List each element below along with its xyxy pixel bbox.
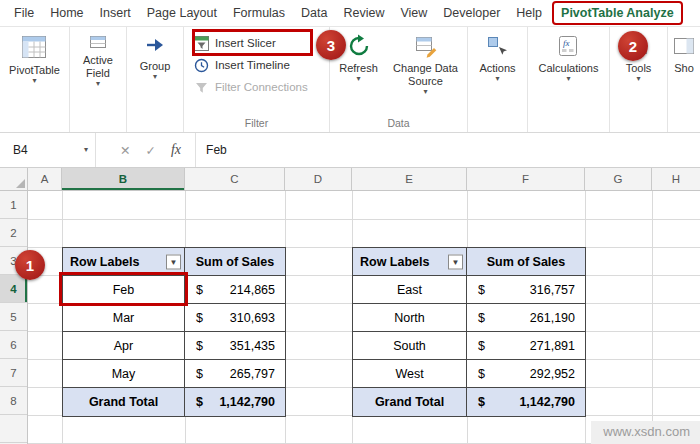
step-badge-3: 3 bbox=[316, 30, 346, 60]
cell-b4-feb[interactable]: Feb bbox=[63, 276, 185, 304]
formula-bar: B4 ▾ ✕ ✓ fx Feb bbox=[0, 133, 700, 168]
tab-developer[interactable]: Developer bbox=[435, 0, 508, 27]
pivottable-button[interactable]: PivotTable ▾ bbox=[9, 27, 60, 132]
insert-slicer-label: Insert Slicer bbox=[215, 37, 276, 49]
cell-c7-value[interactable]: $265,797 bbox=[185, 360, 285, 388]
group-calculations: fx Calculations ▾ bbox=[528, 27, 610, 132]
filter-dropdown-button[interactable]: ▼ bbox=[448, 254, 463, 269]
cell-e4-east[interactable]: East bbox=[353, 276, 467, 304]
row-header-1[interactable]: 1 bbox=[0, 191, 27, 219]
enter-icon[interactable]: ✓ bbox=[145, 143, 155, 158]
filter-dropdown-button[interactable]: ▼ bbox=[166, 254, 181, 269]
cell-f6-value[interactable]: $271,891 bbox=[467, 332, 585, 360]
cell-c5-value[interactable]: $310,693 bbox=[185, 304, 285, 332]
svg-text:fx: fx bbox=[563, 38, 570, 48]
step-badge-2: 2 bbox=[618, 31, 648, 61]
row-labels-header-cell[interactable]: Row Labels ▼ bbox=[353, 248, 467, 276]
grand-total-value-cell[interactable]: $1,142,790 bbox=[467, 388, 585, 416]
formula-input[interactable]: Feb bbox=[196, 133, 700, 167]
filter-connections-button[interactable]: Filter Connections bbox=[184, 76, 329, 98]
col-header-c[interactable]: C bbox=[185, 168, 285, 190]
show-button[interactable]: Sho bbox=[672, 27, 696, 132]
cell-b7-may[interactable]: May bbox=[63, 360, 185, 388]
name-box[interactable]: B4 ▾ bbox=[0, 133, 96, 167]
dropdown-caret-icon: ▾ bbox=[356, 75, 360, 83]
row-header-9-partial[interactable] bbox=[0, 415, 27, 443]
row-labels-text: Row Labels bbox=[360, 255, 429, 269]
tab-file[interactable]: File bbox=[6, 0, 42, 27]
step-badge-1: 1 bbox=[15, 250, 45, 280]
tab-pivottable-analyze[interactable]: PivotTable Analyze bbox=[552, 1, 683, 25]
dropdown-caret-icon: ▾ bbox=[636, 75, 640, 83]
grand-total-value-cell[interactable]: $1,142,790 bbox=[185, 388, 285, 416]
calculations-button[interactable]: fx Calculations ▾ bbox=[539, 27, 599, 132]
active-field-button[interactable]: Active Field ▾ bbox=[76, 27, 120, 132]
change-data-source-icon bbox=[414, 34, 438, 58]
filter-connections-icon bbox=[194, 80, 209, 95]
row-header-5[interactable]: 5 bbox=[0, 303, 27, 331]
row-header-7[interactable]: 7 bbox=[0, 359, 27, 387]
tab-page-layout[interactable]: Page Layout bbox=[139, 0, 225, 27]
tab-help[interactable]: Help bbox=[508, 0, 550, 27]
group-arrow-icon bbox=[144, 34, 166, 56]
tab-view[interactable]: View bbox=[392, 0, 435, 27]
row-header-4[interactable]: 4 bbox=[0, 275, 27, 303]
insert-timeline-button[interactable]: Insert Timeline bbox=[184, 54, 329, 76]
col-header-e[interactable]: E bbox=[352, 168, 467, 190]
slicer-icon bbox=[194, 36, 209, 51]
pivottable-icon bbox=[21, 34, 47, 60]
actions-icon bbox=[485, 34, 509, 58]
col-header-h[interactable]: H bbox=[652, 168, 700, 190]
group-data: Refresh ▾ Change Data Source ▾ Data bbox=[330, 27, 468, 132]
insert-function-icon[interactable]: fx bbox=[171, 142, 181, 158]
cell-e6-south[interactable]: South bbox=[353, 332, 467, 360]
cell-f4-value[interactable]: $316,757 bbox=[467, 276, 585, 304]
show-icon bbox=[672, 34, 696, 58]
col-header-b[interactable]: B bbox=[62, 168, 185, 190]
group-button[interactable]: Group ▾ bbox=[140, 27, 171, 132]
row-labels-header-cell[interactable]: Row Labels ▼ bbox=[63, 248, 185, 276]
tab-home[interactable]: Home bbox=[42, 0, 91, 27]
sum-of-sales-header-cell[interactable]: Sum of Sales bbox=[467, 248, 585, 276]
cell-e7-west[interactable]: West bbox=[353, 360, 467, 388]
cell-c6-value[interactable]: $351,435 bbox=[185, 332, 285, 360]
cell-f7-value[interactable]: $292,952 bbox=[467, 360, 585, 388]
grand-total-label-cell[interactable]: Grand Total bbox=[353, 388, 467, 416]
col-header-f[interactable]: F bbox=[467, 168, 585, 190]
tab-data[interactable]: Data bbox=[293, 0, 335, 27]
name-box-caret-icon: ▾ bbox=[84, 146, 88, 154]
cell-e5-north[interactable]: North bbox=[353, 304, 467, 332]
cell-b5-mar[interactable]: Mar bbox=[63, 304, 185, 332]
group-filter: Insert Slicer Insert Timeline Filter Con… bbox=[184, 27, 330, 132]
col-header-g[interactable]: G bbox=[585, 168, 652, 190]
col-header-d[interactable]: D bbox=[285, 168, 352, 190]
formula-bar-buttons: ✕ ✓ fx bbox=[96, 133, 196, 167]
cell-c4-value[interactable]: $214,865 bbox=[185, 276, 285, 304]
row-header-8[interactable]: 8 bbox=[0, 387, 27, 415]
sum-of-sales-header-cell[interactable]: Sum of Sales bbox=[185, 248, 285, 276]
row-headers: 1 2 3 4 5 6 7 8 bbox=[0, 191, 28, 444]
group-show: Sho bbox=[668, 27, 700, 132]
actions-button[interactable]: Actions ▾ bbox=[479, 27, 515, 132]
cell-f5-value[interactable]: $261,190 bbox=[467, 304, 585, 332]
active-field-icon bbox=[89, 34, 107, 50]
insert-timeline-label: Insert Timeline bbox=[215, 59, 290, 71]
insert-slicer-button[interactable]: Insert Slicer bbox=[184, 32, 329, 54]
tab-formulas[interactable]: Formulas bbox=[225, 0, 293, 27]
col-header-a[interactable]: A bbox=[28, 168, 62, 190]
row-header-6[interactable]: 6 bbox=[0, 331, 27, 359]
calculations-icon: fx bbox=[556, 34, 580, 58]
cell-b6-apr[interactable]: Apr bbox=[63, 332, 185, 360]
row-header-2[interactable]: 2 bbox=[0, 219, 27, 247]
grand-total-label-cell[interactable]: Grand Total bbox=[63, 388, 185, 416]
cancel-icon[interactable]: ✕ bbox=[120, 143, 130, 158]
group-group: Group ▾ bbox=[127, 27, 184, 132]
group-pivottable: PivotTable ▾ bbox=[0, 27, 70, 132]
dropdown-caret-icon: ▾ bbox=[32, 77, 36, 85]
select-all-corner[interactable] bbox=[0, 168, 28, 190]
tab-insert[interactable]: Insert bbox=[92, 0, 139, 27]
tab-review[interactable]: Review bbox=[335, 0, 392, 27]
pivot-table-regions: Row Labels ▼ Sum of Sales East $316,757 … bbox=[352, 247, 586, 417]
dropdown-caret-icon: ▾ bbox=[423, 88, 427, 96]
excel-window: File Home Insert Page Layout Formulas Da… bbox=[0, 0, 700, 444]
